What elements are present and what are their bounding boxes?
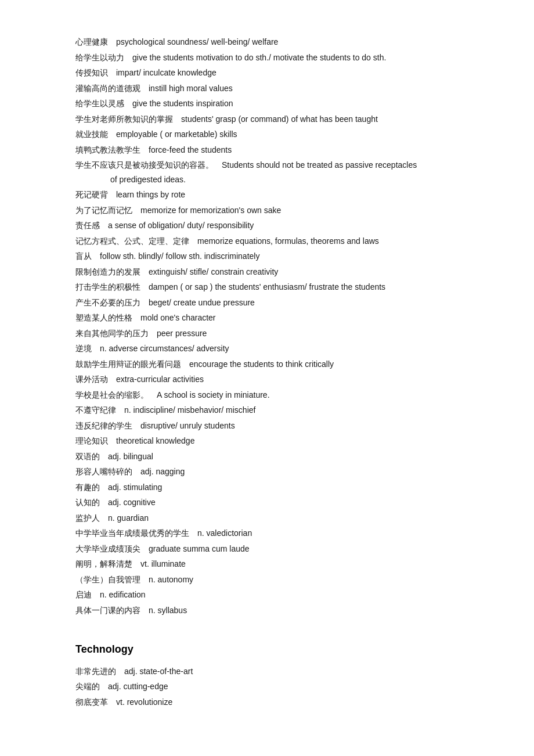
list-item: 产生不必要的压力 beget/ create undue pressure xyxy=(75,296,459,310)
list-item: 形容人嘴特碎的 adj. nagging xyxy=(75,465,459,479)
technology-section-header: Technology xyxy=(75,640,459,658)
list-item: 双语的 adj. bilingual xyxy=(75,449,459,464)
list-item: 给学生以灵感 give the students inspiration xyxy=(75,96,459,111)
list-item: 鼓励学生用辩证的眼光看问题 encourage the students to … xyxy=(75,357,459,372)
list-item: 盲从 follow sth. blindly/ follow sth. indi… xyxy=(75,249,459,264)
list-item: 理论知识 theoretical knowledge xyxy=(75,434,459,448)
list-item: 具体一门课的内容 n. syllabus xyxy=(75,603,459,618)
list-item: 非常先进的 adj. state-of-the-art xyxy=(75,664,459,679)
list-item: 打击学生的积极性 dampen ( or sap ) the students'… xyxy=(75,280,459,294)
list-item: 传授知识 impart/ inculcate knowledge xyxy=(75,66,459,80)
list-item: 灌输高尚的道德观 instill high moral values xyxy=(75,81,459,96)
list-item: 有趣的 adj. stimulating xyxy=(75,480,459,495)
technology-vocab-list: 非常先进的 adj. state-of-the-art尖端的 adj. cutt… xyxy=(75,664,459,710)
list-item: 责任感 a sense of obligation/ duty/ res­pon… xyxy=(75,218,459,233)
list-item: 死记硬背 learn things by rote xyxy=(75,188,459,202)
list-item: （学生）自我管理 n. autonomy xyxy=(75,573,459,587)
list-item: 阐明，解释清楚 vt. illuminate xyxy=(75,557,459,571)
list-item: 填鸭式教法教学生 force-feed the students xyxy=(75,143,459,157)
list-item: 启迪 n. edification xyxy=(75,588,459,602)
list-item: 来自其他同学的压力 peer pressure xyxy=(75,326,459,341)
list-item: 违反纪律的学生 disruptive/ unruly students xyxy=(75,419,459,433)
education-vocab-list: 心理健康 psychological soundness/ well-being… xyxy=(75,35,459,617)
list-item: 塑造某人的性格 mold one's character xyxy=(75,311,459,325)
list-item: 彻底变革 vt. revolutionize xyxy=(75,695,459,710)
list-item: 监护人 n. guardian xyxy=(75,511,459,525)
list-item: 就业技能 employable ( or marketable) skills xyxy=(75,127,459,142)
list-item: 学生不应该只是被动接受知识的容器。 Students should not be… xyxy=(75,158,459,186)
list-item: 给学生以动力 give the students motivation to d… xyxy=(75,51,459,65)
list-item: 限制创造力的发展 extinguish/ stifle/ constrain c… xyxy=(75,265,459,279)
list-item: 尖端的 adj. cutting-edge xyxy=(75,679,459,694)
list-item: 课外活动 extra-curricular activities xyxy=(75,372,459,387)
list-item: 为了记忆而记忆 memorize for memorization's own … xyxy=(75,203,459,218)
list-item: 大学毕业成绩顶尖 graduate summa cum laude xyxy=(75,542,459,556)
list-item: 记忆方程式、公式、定理、定律 memorize equations, formu… xyxy=(75,234,459,249)
list-item: 不遵守纪律 n. indiscipline/ misbehavior/ misc… xyxy=(75,403,459,417)
list-item: 中学毕业当年成绩最优秀的学生 n. valedictorian xyxy=(75,526,459,541)
list-item: 学生对老师所教知识的掌握 students' grasp (or command… xyxy=(75,112,459,127)
list-item: 学校是社会的缩影。 A school is society in miniatu… xyxy=(75,388,459,402)
list-item: 心理健康 psychological soundness/ well-being… xyxy=(75,35,459,49)
list-item: 认知的 adj. cognitive xyxy=(75,495,459,510)
list-item: 逆境 n. adverse circumstances/ adversity xyxy=(75,341,459,356)
